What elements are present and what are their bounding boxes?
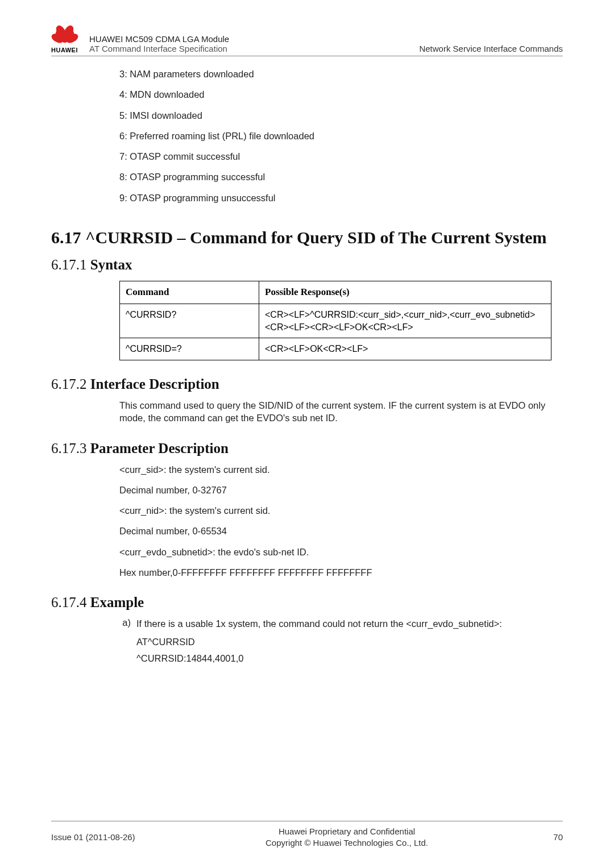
- parameter-body: <curr_sid>: the system's current sid. De…: [119, 463, 551, 579]
- heading-label: Example: [90, 595, 144, 610]
- heading-label: Interface Description: [90, 376, 219, 392]
- example-body: a) If there is a usable 1x system, the c…: [119, 617, 551, 664]
- header-left: HUAWEI MC509 CDMA LGA Module AT Command …: [89, 34, 229, 53]
- status-item: 4: MDN downloaded: [119, 88, 551, 101]
- table-header-row: Command Possible Response(s): [120, 281, 551, 304]
- status-item: 7: OTASP commit successful: [119, 150, 551, 163]
- paragraph: This command used to query the SID/NID o…: [119, 399, 551, 425]
- paragraph: <curr_sid>: the system's current sid.: [119, 463, 551, 476]
- footer-issue: Issue 01 (2011-08-26): [51, 832, 165, 842]
- paragraph: <curr_evdo_subnetid>: the evdo's sub-net…: [119, 546, 551, 558]
- status-item: 9: OTASP programming unsuccessful: [119, 192, 551, 204]
- huawei-logo-icon: [52, 23, 77, 45]
- paragraph: Hex number,0-FFFFFFFF FFFFFFFF FFFFFFFF …: [119, 566, 551, 579]
- paragraph: Decimal number, 0-65534: [119, 525, 551, 537]
- table-header-response: Possible Response(s): [259, 281, 551, 304]
- subsection-example: 6.17.4 Example: [51, 595, 563, 610]
- status-list: 3: NAM parameters downloaded 4: MDN down…: [119, 68, 551, 204]
- status-item: 3: NAM parameters downloaded: [119, 68, 551, 80]
- header-text: HUAWEI MC509 CDMA LGA Module AT Command …: [89, 34, 563, 53]
- heading-number: 6.17.3: [51, 441, 90, 456]
- example-code: AT^CURRSID: [136, 637, 551, 647]
- syntax-table: Command Possible Response(s) ^CURRSID? <…: [119, 281, 551, 360]
- table-cell-response: <CR><LF>OK<CR><LF>: [259, 338, 551, 360]
- example-item: a) If there is a usable 1x system, the c…: [119, 617, 551, 630]
- doc-title-line2: AT Command Interface Specification: [89, 44, 229, 53]
- footer-line1: Huawei Proprietary and Confidential: [165, 826, 529, 837]
- interface-body: This command used to query the SID/NID o…: [119, 399, 551, 425]
- table-row: ^CURRSID=? <CR><LF>OK<CR><LF>: [120, 338, 551, 360]
- heading-label: Parameter Description: [90, 441, 229, 456]
- footer-page-number: 70: [529, 832, 563, 842]
- heading-number: 6.17.1: [51, 257, 90, 272]
- logo-block: HUAWEI: [51, 23, 78, 53]
- header-right: Network Service Interface Commands: [419, 44, 563, 53]
- status-item: 8: OTASP programming successful: [119, 171, 551, 183]
- footer-line2: Copyright © Huawei Technologies Co., Ltd…: [165, 837, 529, 849]
- example-text: If there is a usable 1x system, the comm…: [136, 617, 551, 630]
- paragraph: Decimal number, 0-32767: [119, 484, 551, 496]
- heading-label: Syntax: [90, 257, 132, 272]
- page-header: HUAWEI HUAWEI MC509 CDMA LGA Module AT C…: [51, 23, 563, 56]
- logo-label: HUAWEI: [51, 47, 78, 53]
- section-heading: 6.17 ^CURRSID – Command for Query SID of…: [51, 227, 563, 248]
- subsection-syntax: 6.17.1 Syntax: [51, 257, 563, 273]
- subsection-interface: 6.17.2 Interface Description: [51, 376, 563, 392]
- table-cell-command: ^CURRSID=?: [120, 338, 259, 360]
- page-footer: Issue 01 (2011-08-26) Huawei Proprietary…: [51, 821, 563, 849]
- example-code: ^CURRSID:14844,4001,0: [136, 653, 551, 664]
- heading-number: 6.17.4: [51, 595, 90, 610]
- status-item: 5: IMSI downloaded: [119, 109, 551, 122]
- table-cell-command: ^CURRSID?: [120, 304, 259, 338]
- paragraph: <curr_nid>: the system's current sid.: [119, 504, 551, 517]
- example-marker: a): [119, 617, 136, 630]
- footer-center: Huawei Proprietary and Confidential Copy…: [165, 826, 529, 849]
- table-cell-response: <CR><LF>^CURRSID:<curr_sid>,<curr_nid>,<…: [259, 304, 551, 338]
- table-row: ^CURRSID? <CR><LF>^CURRSID:<curr_sid>,<c…: [120, 304, 551, 338]
- subsection-parameter: 6.17.3 Parameter Description: [51, 441, 563, 456]
- syntax-table-wrap: Command Possible Response(s) ^CURRSID? <…: [119, 281, 551, 360]
- status-item: 6: Preferred roaming list (PRL) file dow…: [119, 130, 551, 142]
- heading-number: 6.17.2: [51, 376, 90, 392]
- table-header-command: Command: [120, 281, 259, 304]
- doc-title-line1: HUAWEI MC509 CDMA LGA Module: [89, 34, 229, 44]
